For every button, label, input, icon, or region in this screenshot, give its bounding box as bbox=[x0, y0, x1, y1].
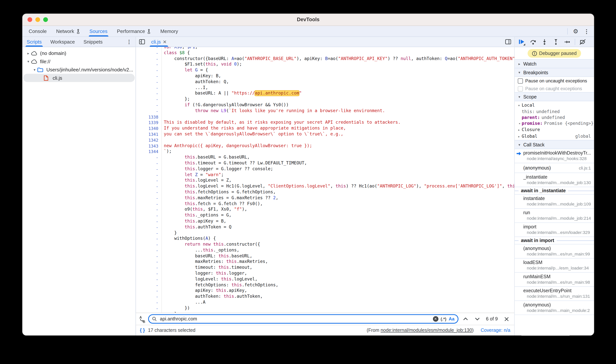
call-stack-frame[interactable]: (anonymous)node:internal/m...es/run_main… bbox=[515, 245, 594, 259]
scope-group-closure[interactable]: ▸Closure bbox=[515, 126, 594, 133]
close-tab-icon[interactable]: ✕ bbox=[163, 39, 167, 44]
close-find-bar-icon[interactable] bbox=[502, 314, 511, 323]
gutter-cell[interactable]: - bbox=[136, 288, 162, 294]
code-text[interactable]: ...A bbox=[164, 300, 206, 306]
gutter-cell[interactable]: - bbox=[136, 201, 162, 207]
gutter-cell[interactable]: - bbox=[136, 276, 162, 282]
gutter-cell[interactable]: - bbox=[136, 62, 162, 68]
gutter-cell[interactable]: - bbox=[136, 219, 162, 224]
panel-tab-performance[interactable]: Performance bbox=[112, 26, 156, 37]
scope-group-global[interactable]: ▸Globalglobal bbox=[515, 133, 594, 140]
tree-item-users-jinhuilee-nvm-versions-node-v2-[interactable]: ▾Users/jinhuilee/.nvm/versions/node/v2..… bbox=[23, 65, 135, 74]
code-text[interactable]: this._options = G, bbox=[164, 213, 232, 219]
call-stack-frame[interactable]: promiseInitHookWithDestroyTr...node:inte… bbox=[515, 149, 594, 163]
gutter-cell[interactable]: - bbox=[136, 91, 162, 97]
call-stack-frame[interactable]: (anonymous)cli.js:1 bbox=[515, 163, 594, 173]
gutter-cell[interactable]: - bbox=[136, 213, 162, 219]
panel-tab-memory[interactable]: Memory bbox=[156, 26, 183, 37]
code-text[interactable]: this.timeout = G.timeout ?? Lw.DEFAULT_T… bbox=[164, 160, 307, 166]
gutter-cell[interactable]: - bbox=[136, 195, 162, 201]
resume-script-icon[interactable] bbox=[517, 38, 527, 46]
code-text[interactable]: this.maxRetries = G.maxRetries ?? 2, bbox=[164, 195, 279, 201]
call-stack-frame[interactable]: runMainESMnode:internal/m...es/run_main:… bbox=[515, 273, 594, 287]
more-options-icon[interactable]: ⋮ bbox=[584, 28, 589, 34]
code-text[interactable]: return new this.constructor({ bbox=[164, 242, 260, 247]
call-stack-frame[interactable]: loadESMnode:internal/p.../esm_loader:34 bbox=[515, 259, 594, 273]
watch-section-header[interactable]: ▸ Watch bbox=[515, 59, 594, 68]
gutter-cell[interactable]: - bbox=[136, 56, 162, 62]
tree-item--no-domain-[interactable]: ▸(no domain) bbox=[23, 49, 135, 57]
code-text[interactable]: class $8 { bbox=[164, 50, 190, 56]
gutter-cell[interactable]: - bbox=[136, 103, 162, 108]
scope-group-local[interactable]: ▾Local bbox=[515, 102, 594, 109]
file-tab-clijs[interactable]: cli.js ✕ bbox=[148, 37, 170, 47]
gutter-cell[interactable]: - bbox=[136, 282, 162, 288]
gutter-cell[interactable]: 1340 bbox=[136, 126, 162, 131]
replace-toggle-icon[interactable]: AB bbox=[139, 315, 146, 323]
code-text[interactable]: apiKey: this.apiKey, bbox=[164, 288, 247, 294]
gutter-cell[interactable]: - bbox=[136, 230, 162, 236]
code-text[interactable]: baseURL: this.baseURL, bbox=[164, 253, 252, 259]
code-text[interactable]: ...I, bbox=[164, 85, 208, 91]
gutter-cell[interactable]: - bbox=[136, 178, 162, 184]
gutter-cell[interactable]: - bbox=[136, 172, 162, 178]
gutter-cell[interactable]: - bbox=[136, 160, 162, 166]
gutter-cell[interactable]: 1344 bbox=[136, 149, 162, 155]
next-match-icon[interactable] bbox=[473, 314, 482, 323]
code-text[interactable]: throw new L9(`It looks like you're runni… bbox=[164, 108, 385, 114]
coverage-link[interactable]: Coverage: n/a bbox=[481, 328, 510, 333]
panel-tab-network[interactable]: Network bbox=[51, 26, 85, 37]
navigator-tab-snippets[interactable]: Snippets bbox=[79, 37, 107, 47]
gutter-cell[interactable]: - bbox=[136, 47, 162, 50]
gutter-cell[interactable]: - bbox=[136, 311, 162, 313]
chevron-down-icon[interactable]: ▾ bbox=[26, 59, 31, 64]
gutter-cell[interactable]: - bbox=[136, 97, 162, 103]
code-text[interactable]: if (!G.dangerouslyAllowBrowser && Ys0()) bbox=[164, 103, 289, 108]
call-stack-frame[interactable]: instantiatenode:internal/m...module_job:… bbox=[515, 195, 594, 209]
scope-variable-promise[interactable]: ▸promise:Promise {<pending>} bbox=[515, 120, 594, 126]
gutter-cell[interactable]: - bbox=[136, 73, 162, 79]
panel-tab-console[interactable]: Console bbox=[24, 26, 51, 37]
toggle-debugger-sidebar-icon[interactable] bbox=[505, 39, 514, 44]
step-out-icon[interactable] bbox=[551, 38, 561, 46]
gutter-cell[interactable]: - bbox=[136, 265, 162, 271]
call-stack-frame[interactable]: runnode:internal/m...module_job:214 bbox=[515, 209, 594, 223]
navigator-more-icon[interactable]: ⋮ bbox=[126, 39, 136, 45]
code-text[interactable]: this.baseURL = G.baseURL, bbox=[164, 155, 250, 160]
gutter-cell[interactable]: - bbox=[136, 224, 162, 230]
callstack-section-header[interactable]: ▾ Call Stack bbox=[515, 140, 594, 149]
navigator-tab-scripts[interactable]: Scripts bbox=[22, 37, 46, 47]
code-text[interactable]: let G = { bbox=[164, 68, 208, 74]
match-case-toggle[interactable]: Aa bbox=[449, 317, 454, 321]
code-text[interactable]: this.logLevel = Z, bbox=[164, 178, 232, 184]
code-text[interactable]: let Z = "warn"; bbox=[164, 172, 224, 178]
breakpoints-section-header[interactable]: ▾ Breakpoints bbox=[515, 68, 594, 77]
from-location-link[interactable]: node:internal/modules/esm/module_job:130 bbox=[381, 328, 472, 333]
code-text[interactable]: this.fetchOptions = G.fetchOptions, bbox=[164, 189, 276, 195]
code-text[interactable]: timeout: this.timeout, bbox=[164, 265, 252, 271]
gutter-cell[interactable]: - bbox=[136, 271, 162, 276]
gutter-cell[interactable]: - bbox=[136, 108, 162, 114]
code-text[interactable]: This is disabled by default, as it risks… bbox=[164, 120, 401, 126]
gutter-cell[interactable]: - bbox=[136, 300, 162, 306]
search-input[interactable] bbox=[159, 316, 431, 322]
scope-section-header[interactable]: ▾ Scope bbox=[515, 92, 594, 101]
code-text[interactable]: }) bbox=[164, 305, 190, 311]
gutter-cell[interactable]: 1339 bbox=[136, 120, 162, 126]
previous-match-icon[interactable] bbox=[461, 314, 470, 323]
gutter-cell[interactable]: - bbox=[136, 253, 162, 259]
code-text[interactable]: fetchOptions: this.fetchOptions, bbox=[164, 282, 279, 288]
gutter-cell[interactable]: 1338 bbox=[136, 114, 162, 120]
gutter-cell[interactable]: 1343 bbox=[136, 143, 162, 149]
source-code-viewer[interactable]: -var Xs0, $F1;-class $8 {- constructor({… bbox=[136, 47, 514, 313]
code-text[interactable]: o9(this, $F1, Xs0, "f"), bbox=[164, 207, 247, 213]
call-stack-frame[interactable]: _instantiatenode:internal/m...module_job… bbox=[515, 173, 594, 187]
gutter-cell[interactable]: - bbox=[136, 207, 162, 213]
code-text[interactable]: apiKey: B, bbox=[164, 73, 221, 79]
code-text[interactable]: logger: this.logger, bbox=[164, 271, 247, 276]
checkbox[interactable] bbox=[518, 78, 523, 83]
gutter-cell[interactable]: - bbox=[136, 166, 162, 172]
code-text[interactable]: authToken: Q, bbox=[164, 79, 229, 85]
call-stack-frame[interactable]: (anonymous)node:internal/m...main_module… bbox=[515, 301, 594, 315]
deactivate-breakpoints-icon[interactable] bbox=[578, 38, 587, 46]
